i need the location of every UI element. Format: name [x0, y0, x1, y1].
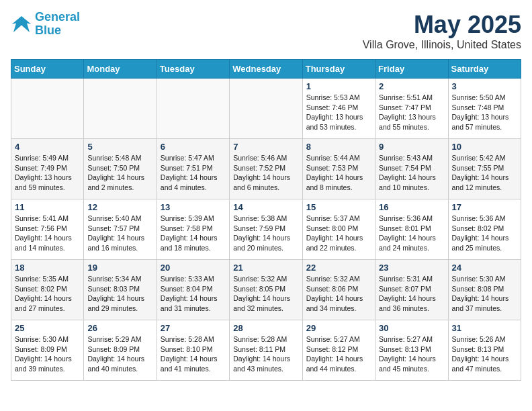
calendar-cell: 29Sunrise: 5:27 AMSunset: 8:12 PMDayligh…: [302, 320, 375, 381]
day-info: Sunrise: 5:26 AMSunset: 8:13 PMDaylight:…: [452, 334, 517, 374]
day-info: Sunrise: 5:36 AMSunset: 8:01 PMDaylight:…: [379, 214, 444, 253]
calendar-cell: 3Sunrise: 5:50 AMSunset: 7:48 PMDaylight…: [448, 79, 521, 139]
day-number: 8: [306, 142, 371, 152]
day-info: Sunrise: 5:46 AMSunset: 7:52 PMDaylight:…: [233, 153, 298, 193]
day-number: 5: [87, 142, 152, 152]
day-info: Sunrise: 5:32 AMSunset: 8:05 PMDaylight:…: [233, 274, 298, 314]
day-info: Sunrise: 5:28 AMSunset: 8:11 PMDaylight:…: [233, 334, 298, 374]
location-title: Villa Grove, Illinois, United States: [363, 39, 521, 51]
weekday-header-monday: Monday: [84, 60, 157, 79]
calendar-cell: 8Sunrise: 5:44 AMSunset: 7:53 PMDaylight…: [302, 139, 375, 199]
day-number: 26: [87, 323, 152, 333]
day-info: Sunrise: 5:28 AMSunset: 8:10 PMDaylight:…: [161, 334, 226, 374]
calendar-cell: 12Sunrise: 5:40 AMSunset: 7:57 PMDayligh…: [84, 199, 157, 260]
calendar-cell: 26Sunrise: 5:29 AMSunset: 8:09 PMDayligh…: [84, 320, 157, 381]
calendar-cell: 16Sunrise: 5:36 AMSunset: 8:01 PMDayligh…: [375, 199, 448, 260]
calendar-cell: 27Sunrise: 5:28 AMSunset: 8:10 PMDayligh…: [157, 320, 229, 381]
weekday-header-saturday: Saturday: [448, 60, 521, 79]
day-number: 7: [233, 142, 298, 152]
day-info: Sunrise: 5:43 AMSunset: 7:54 PMDaylight:…: [379, 153, 444, 193]
day-number: 10: [452, 142, 517, 152]
weekday-header-wednesday: Wednesday: [230, 60, 302, 79]
day-info: Sunrise: 5:27 AMSunset: 8:13 PMDaylight:…: [379, 334, 444, 374]
weekday-header-sunday: Sunday: [11, 60, 84, 79]
day-info: Sunrise: 5:36 AMSunset: 8:02 PMDaylight:…: [452, 214, 517, 253]
day-info: Sunrise: 5:30 AMSunset: 8:08 PMDaylight:…: [452, 274, 517, 314]
day-number: 2: [379, 81, 444, 91]
calendar-cell: 19Sunrise: 5:34 AMSunset: 8:03 PMDayligh…: [84, 260, 157, 320]
day-info: Sunrise: 5:37 AMSunset: 8:00 PMDaylight:…: [306, 214, 371, 253]
page-header: General Blue May 2025 Villa Grove, Illin…: [11, 11, 521, 51]
day-info: Sunrise: 5:42 AMSunset: 7:55 PMDaylight:…: [452, 153, 517, 193]
day-number: 20: [161, 263, 226, 273]
day-number: 21: [233, 263, 298, 273]
calendar-cell: [230, 79, 302, 139]
day-number: 30: [379, 323, 444, 333]
day-number: 12: [87, 202, 152, 212]
day-number: 16: [379, 202, 444, 212]
day-number: 1: [306, 81, 371, 91]
calendar-cell: 10Sunrise: 5:42 AMSunset: 7:55 PMDayligh…: [448, 139, 521, 199]
weekday-header-friday: Friday: [375, 60, 448, 79]
calendar-cell: [11, 79, 84, 139]
calendar-cell: 31Sunrise: 5:26 AMSunset: 8:13 PMDayligh…: [448, 320, 521, 381]
calendar-cell: 5Sunrise: 5:48 AMSunset: 7:50 PMDaylight…: [84, 139, 157, 199]
calendar-cell: 2Sunrise: 5:51 AMSunset: 7:47 PMDaylight…: [375, 79, 448, 139]
calendar-cell: 6Sunrise: 5:47 AMSunset: 7:51 PMDaylight…: [157, 139, 229, 199]
day-info: Sunrise: 5:41 AMSunset: 7:56 PMDaylight:…: [15, 214, 80, 253]
day-info: Sunrise: 5:50 AMSunset: 7:48 PMDaylight:…: [452, 93, 517, 132]
calendar-cell: 9Sunrise: 5:43 AMSunset: 7:54 PMDaylight…: [375, 139, 448, 199]
day-info: Sunrise: 5:27 AMSunset: 8:12 PMDaylight:…: [306, 334, 371, 374]
day-number: 14: [233, 202, 298, 212]
calendar-cell: 13Sunrise: 5:39 AMSunset: 7:58 PMDayligh…: [157, 199, 229, 260]
day-number: 25: [15, 323, 80, 333]
day-number: 18: [15, 263, 80, 273]
day-number: 22: [306, 263, 371, 273]
calendar-cell: 4Sunrise: 5:49 AMSunset: 7:49 PMDaylight…: [11, 139, 84, 199]
day-number: 6: [161, 142, 226, 152]
calendar-cell: 22Sunrise: 5:32 AMSunset: 8:06 PMDayligh…: [302, 260, 375, 320]
calendar-cell: 20Sunrise: 5:33 AMSunset: 8:04 PMDayligh…: [157, 260, 229, 320]
logo-icon: [11, 13, 32, 35]
day-info: Sunrise: 5:40 AMSunset: 7:57 PMDaylight:…: [87, 214, 152, 253]
day-number: 29: [306, 323, 371, 333]
day-info: Sunrise: 5:48 AMSunset: 7:50 PMDaylight:…: [87, 153, 152, 193]
day-info: Sunrise: 5:44 AMSunset: 7:53 PMDaylight:…: [306, 153, 371, 193]
calendar-cell: 30Sunrise: 5:27 AMSunset: 8:13 PMDayligh…: [375, 320, 448, 381]
day-number: 19: [87, 263, 152, 273]
calendar-cell: 18Sunrise: 5:35 AMSunset: 8:02 PMDayligh…: [11, 260, 84, 320]
logo: General Blue: [11, 11, 80, 38]
calendar-cell: 1Sunrise: 5:53 AMSunset: 7:46 PMDaylight…: [302, 79, 375, 139]
calendar-cell: 15Sunrise: 5:37 AMSunset: 8:00 PMDayligh…: [302, 199, 375, 260]
calendar-cell: 17Sunrise: 5:36 AMSunset: 8:02 PMDayligh…: [448, 199, 521, 260]
calendar-cell: 24Sunrise: 5:30 AMSunset: 8:08 PMDayligh…: [448, 260, 521, 320]
calendar-cell: [157, 79, 229, 139]
weekday-header-thursday: Thursday: [302, 60, 375, 79]
weekday-header-tuesday: Tuesday: [157, 60, 229, 79]
week-row-4: 18Sunrise: 5:35 AMSunset: 8:02 PMDayligh…: [11, 260, 521, 320]
day-number: 4: [15, 142, 80, 152]
day-number: 28: [233, 323, 298, 333]
calendar-cell: 25Sunrise: 5:30 AMSunset: 8:09 PMDayligh…: [11, 320, 84, 381]
weekday-header-row: SundayMondayTuesdayWednesdayThursdayFrid…: [11, 60, 521, 79]
calendar-cell: 11Sunrise: 5:41 AMSunset: 7:56 PMDayligh…: [11, 199, 84, 260]
week-row-2: 4Sunrise: 5:49 AMSunset: 7:49 PMDaylight…: [11, 139, 521, 199]
calendar-cell: 7Sunrise: 5:46 AMSunset: 7:52 PMDaylight…: [230, 139, 302, 199]
day-info: Sunrise: 5:51 AMSunset: 7:47 PMDaylight:…: [379, 93, 444, 132]
day-number: 31: [452, 323, 517, 333]
logo-text: General Blue: [35, 11, 80, 38]
day-info: Sunrise: 5:35 AMSunset: 8:02 PMDaylight:…: [15, 274, 80, 314]
day-number: 24: [452, 263, 517, 273]
day-number: 17: [452, 202, 517, 212]
day-info: Sunrise: 5:47 AMSunset: 7:51 PMDaylight:…: [161, 153, 226, 193]
calendar-cell: 23Sunrise: 5:31 AMSunset: 8:07 PMDayligh…: [375, 260, 448, 320]
day-number: 13: [161, 202, 226, 212]
day-number: 23: [379, 263, 444, 273]
calendar-cell: 28Sunrise: 5:28 AMSunset: 8:11 PMDayligh…: [230, 320, 302, 381]
day-info: Sunrise: 5:38 AMSunset: 7:59 PMDaylight:…: [233, 214, 298, 253]
day-number: 15: [306, 202, 371, 212]
calendar-table: SundayMondayTuesdayWednesdayThursdayFrid…: [11, 59, 521, 381]
day-info: Sunrise: 5:53 AMSunset: 7:46 PMDaylight:…: [306, 93, 371, 132]
day-info: Sunrise: 5:30 AMSunset: 8:09 PMDaylight:…: [15, 334, 80, 374]
day-info: Sunrise: 5:31 AMSunset: 8:07 PMDaylight:…: [379, 274, 444, 314]
